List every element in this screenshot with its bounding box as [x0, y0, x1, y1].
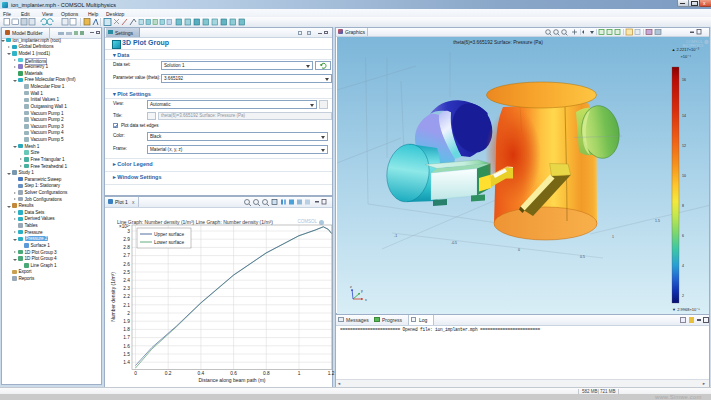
svg-text:COMSOL: COMSOL: [686, 39, 704, 44]
svg-text:theta(6)=3.665192 Surface: Pr: theta(6)=3.665192 Surface: Pressure (Pa): [453, 40, 543, 45]
svg-text:1.8: 1.8: [123, 327, 130, 332]
svg-text:16: 16: [682, 78, 686, 82]
svg-text:2.5: 2.5: [123, 270, 130, 275]
svg-text:2.6: 2.6: [123, 262, 130, 267]
svg-text:1.5: 1.5: [123, 352, 130, 357]
svg-text:MULTIPHYSICS: MULTIPHYSICS: [683, 44, 704, 48]
svg-text:1.6: 1.6: [123, 344, 130, 349]
svg-text:2: 2: [682, 294, 684, 298]
svg-text:▼ 2.9968×10⁻⁸: ▼ 2.9968×10⁻⁸: [672, 307, 700, 312]
svg-text:y: y: [361, 289, 363, 293]
svg-text:-1: -1: [394, 234, 397, 238]
svg-text:1.5: 1.5: [655, 219, 660, 223]
svg-text:0.8: 0.8: [263, 371, 270, 376]
svg-text:2.1: 2.1: [123, 303, 130, 308]
svg-text:12: 12: [682, 144, 686, 148]
svg-text:14: 14: [682, 114, 686, 118]
svg-text:2.7: 2.7: [123, 253, 130, 258]
svg-text:1.2: 1.2: [328, 371, 335, 376]
svg-text:Number density (1/m³): Number density (1/m³): [110, 272, 116, 322]
svg-text:10: 10: [682, 174, 686, 178]
svg-text:2.4: 2.4: [123, 278, 130, 283]
svg-text:×10⁻⁴: ×10⁻⁴: [680, 54, 691, 59]
svg-text:×10²⁰: ×10²⁰: [119, 224, 130, 229]
svg-text:2: 2: [127, 311, 130, 316]
svg-text:1.4: 1.4: [123, 360, 130, 365]
svg-text:3: 3: [127, 229, 130, 234]
svg-text:COMSOL: COMSOL: [297, 219, 317, 224]
svg-text:Upper surface: Upper surface: [154, 232, 184, 237]
svg-text:8: 8: [682, 204, 684, 208]
svg-text:-0.5: -0.5: [451, 241, 457, 245]
svg-text:Lower surface: Lower surface: [154, 240, 184, 245]
svg-text:0: 0: [134, 371, 137, 376]
svg-text:Distance along beam path (m): Distance along beam path (m): [199, 377, 266, 383]
svg-text:1.9: 1.9: [123, 319, 130, 324]
svg-text:2.3: 2.3: [123, 286, 130, 291]
svg-text:0: 0: [518, 248, 520, 252]
svg-text:2.8: 2.8: [123, 245, 130, 250]
svg-text:Line Graph: Number density (1/: Line Graph: Number density (1/m³) Line G…: [117, 219, 273, 225]
svg-text:2.9: 2.9: [123, 237, 130, 242]
svg-text:x: x: [365, 298, 367, 302]
svg-text:2.2: 2.2: [123, 294, 130, 299]
svg-text:z: z: [350, 285, 352, 289]
svg-text:0.6: 0.6: [230, 371, 237, 376]
svg-text:1.7: 1.7: [123, 335, 130, 340]
svg-text:6: 6: [682, 234, 684, 238]
svg-text:1: 1: [298, 371, 301, 376]
svg-text:0.2: 0.2: [165, 371, 172, 376]
svg-text:1: 1: [612, 235, 614, 239]
svg-text:0.4: 0.4: [198, 371, 205, 376]
svg-text:4: 4: [682, 264, 684, 268]
svg-text:0.5: 0.5: [580, 255, 585, 259]
